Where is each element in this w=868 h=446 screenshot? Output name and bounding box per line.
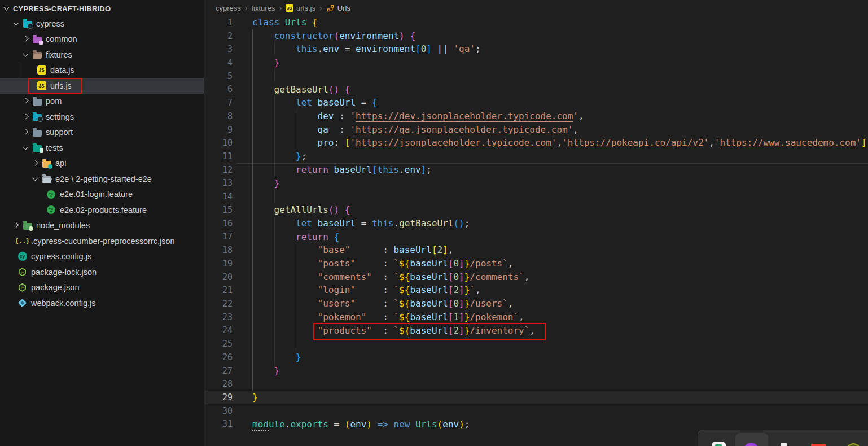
code-line-29[interactable]: 29} bbox=[204, 391, 868, 404]
line-number[interactable]: 9 bbox=[204, 125, 233, 135]
line-number[interactable]: 28 bbox=[204, 379, 233, 389]
line-number[interactable]: 19 bbox=[204, 259, 233, 269]
editor-pane[interactable]: cypress › fixtures › JS urls.js › Urls 1… bbox=[204, 0, 868, 446]
line-number[interactable]: 12 bbox=[204, 165, 233, 175]
line-number[interactable]: 17 bbox=[204, 231, 233, 242]
tree-item-e2e-01-login-feature[interactable]: e2e.01-login.feature bbox=[0, 187, 204, 203]
tree-item-webpack-config-js[interactable]: webpack.config.js bbox=[0, 295, 204, 311]
line-number[interactable]: 7 bbox=[204, 98, 233, 108]
code-line-14[interactable]: 14 bbox=[204, 190, 868, 203]
hexagon-app-icon[interactable] bbox=[848, 443, 859, 446]
line-number[interactable]: 24 bbox=[204, 325, 233, 335]
code-line-18[interactable]: 18 "base" : baseUrl[2], bbox=[204, 243, 868, 257]
line-number[interactable]: 31 bbox=[204, 419, 233, 429]
line-number[interactable]: 1 bbox=[204, 18, 233, 28]
breadcrumb-item-fixtures[interactable]: fixtures bbox=[251, 4, 275, 12]
line-number[interactable]: 14 bbox=[204, 191, 233, 202]
code-line-19[interactable]: 19 "posts" : `${baseUrl[0]}/posts`, bbox=[204, 257, 868, 270]
code-line-4[interactable]: 4 } bbox=[204, 56, 868, 69]
line-number[interactable]: 29 bbox=[204, 392, 233, 403]
line-number[interactable]: 15 bbox=[204, 205, 233, 215]
code-line-22[interactable]: 22 "users" : `${baseUrl[0]}/users`, bbox=[204, 297, 868, 311]
line-number[interactable]: 20 bbox=[204, 272, 233, 282]
code-line-7[interactable]: 7 let baseUrl = { bbox=[204, 96, 868, 110]
tree-item-package-json[interactable]: package.json bbox=[0, 280, 204, 296]
white-glyph-app-icon[interactable] bbox=[781, 443, 787, 446]
tree-item-urls-js[interactable]: JSurls.js bbox=[0, 78, 204, 94]
line-number[interactable]: 23 bbox=[204, 312, 233, 322]
code-area[interactable]: 1class Urls {2 constructor(environment) … bbox=[204, 16, 868, 431]
code-line-25[interactable]: 25 bbox=[204, 337, 868, 351]
line-number[interactable]: 16 bbox=[204, 218, 233, 229]
code-line-17[interactable]: 17 return { bbox=[204, 230, 868, 244]
line-number[interactable]: 5 bbox=[204, 71, 233, 81]
tree-item-api[interactable]: api bbox=[0, 156, 204, 172]
chevron-down-icon[interactable] bbox=[3, 5, 11, 12]
tree-item-cypress-cucumber-preprocessorrc-json[interactable]: {..}.cypress-cucumber-preprocessorrc.jso… bbox=[0, 233, 204, 249]
line-number[interactable]: 13 bbox=[204, 178, 233, 188]
breadcrumb-item-symbol[interactable]: Urls bbox=[326, 4, 350, 12]
tree-item-fixtures[interactable]: fixtures bbox=[0, 47, 204, 63]
code-line-11[interactable]: 11 }; bbox=[204, 150, 868, 163]
code-line-1[interactable]: 1class Urls { bbox=[204, 16, 868, 29]
chevron-down-icon[interactable] bbox=[22, 51, 30, 59]
chevron-down-icon[interactable] bbox=[32, 175, 40, 183]
white-app-icon[interactable] bbox=[712, 442, 726, 446]
chevron-right-icon[interactable] bbox=[22, 97, 30, 105]
line-number[interactable]: 27 bbox=[204, 366, 233, 376]
code-line-8[interactable]: 8 dev : 'https://dev.jsonplaceholder.typ… bbox=[204, 110, 868, 123]
code-line-10[interactable]: 10 pro: ['https://jsonplaceholder.typico… bbox=[204, 136, 868, 150]
breadcrumb-item-cypress[interactable]: cypress bbox=[216, 4, 241, 12]
code-line-15[interactable]: 15 getAllUrls() { bbox=[204, 203, 868, 217]
chevron-right-icon[interactable] bbox=[22, 113, 30, 121]
code-line-3[interactable]: 3 this.env = environment[0] || 'qa'; bbox=[204, 42, 868, 56]
line-number[interactable]: 22 bbox=[204, 299, 233, 309]
code-line-13[interactable]: 13 } bbox=[204, 177, 868, 190]
code-line-12[interactable]: 12 return baseUrl[this.env]; bbox=[204, 163, 868, 177]
tree-item-e2e-02-products-feature[interactable]: e2e.02-products.feature bbox=[0, 202, 204, 218]
code-line-20[interactable]: 20 "comments" : `${baseUrl[0]}/comments`… bbox=[204, 270, 868, 284]
tree-item-cypress[interactable]: cypress bbox=[0, 16, 204, 32]
line-number[interactable]: 3 bbox=[204, 44, 233, 54]
line-number[interactable]: 30 bbox=[204, 406, 233, 416]
line-number[interactable]: 10 bbox=[204, 138, 233, 148]
code-line-9[interactable]: 9 qa : 'https://qa.jsonplaceholder.typic… bbox=[204, 123, 868, 137]
tree-item-pom[interactable]: pom bbox=[0, 94, 204, 110]
chevron-right-icon[interactable] bbox=[22, 128, 30, 136]
line-number[interactable]: 18 bbox=[204, 245, 233, 255]
code-line-6[interactable]: 6 getBaseUrl() { bbox=[204, 83, 868, 97]
chevron-right-icon[interactable] bbox=[22, 35, 30, 43]
chevron-right-icon[interactable] bbox=[12, 221, 20, 229]
code-line-16[interactable]: 16 let baseUrl = this.getBaseUrl(); bbox=[204, 217, 868, 230]
tree-item-node-modules[interactable]: node_modules bbox=[0, 218, 204, 234]
code-line-27[interactable]: 27 } bbox=[204, 364, 868, 378]
code-line-26[interactable]: 26 } bbox=[204, 351, 868, 364]
line-number[interactable]: 21 bbox=[204, 285, 233, 295]
code-line-2[interactable]: 2 constructor(environment) { bbox=[204, 29, 868, 43]
code-line-31[interactable]: 31module.exports = (env) => new Urls(env… bbox=[204, 418, 868, 431]
breadcrumb-item-file[interactable]: JS urls.js bbox=[286, 4, 315, 12]
tree-item-e2e-2-getting-started-e2e[interactable]: e2e \ 2-getting-started-e2e bbox=[0, 171, 204, 187]
code-line-23[interactable]: 23 "pokemon" : `${baseUrl[1]}/pokemon`, bbox=[204, 311, 868, 324]
code-line-5[interactable]: 5 bbox=[204, 69, 868, 83]
tree-item-tests[interactable]: tests bbox=[0, 140, 204, 156]
explorer-root-row[interactable]: CYPRESS-CRAFT-HIBRIDO bbox=[0, 1, 204, 16]
code-line-30[interactable]: 30 bbox=[204, 404, 868, 418]
line-number[interactable]: 26 bbox=[204, 352, 233, 362]
tree-item-package-lock-json[interactable]: package-lock.json bbox=[0, 264, 204, 280]
chevron-right-icon[interactable] bbox=[32, 159, 40, 167]
tree-item-common[interactable]: common bbox=[0, 32, 204, 47]
line-number[interactable]: 2 bbox=[204, 31, 233, 41]
tree-item-support[interactable]: support bbox=[0, 125, 204, 141]
code-line-21[interactable]: 21 "login" : `${baseUrl[2]}`, bbox=[204, 283, 868, 297]
line-number[interactable]: 4 bbox=[204, 58, 233, 68]
chevron-down-icon[interactable] bbox=[22, 144, 30, 152]
tree-item-data-js[interactable]: JSdata.js bbox=[0, 63, 204, 78]
line-number[interactable]: 25 bbox=[204, 339, 233, 349]
line-number[interactable]: 8 bbox=[204, 111, 233, 121]
chevron-down-icon[interactable] bbox=[12, 20, 20, 28]
red-app-icon[interactable] bbox=[811, 444, 826, 446]
line-number[interactable]: 6 bbox=[204, 84, 233, 94]
line-number[interactable]: 11 bbox=[204, 151, 233, 161]
tree-item-cypress-config-js[interactable]: cycypress.config.js bbox=[0, 249, 204, 265]
